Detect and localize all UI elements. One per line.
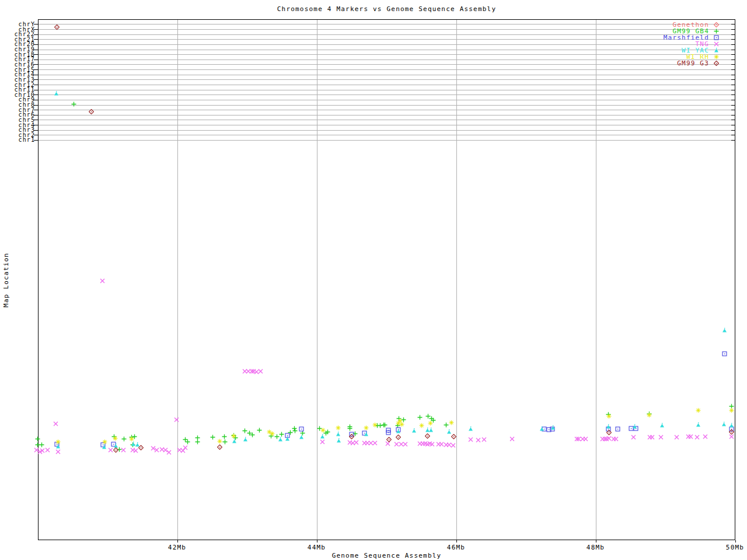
star-marker-icon	[696, 408, 701, 413]
x-marker-icon	[631, 435, 636, 440]
data-point-wi-rh	[364, 425, 369, 430]
triangle-marker-icon	[278, 437, 283, 442]
plus-marker-icon	[222, 434, 227, 439]
star-marker-icon	[364, 425, 369, 430]
star-marker-icon	[102, 439, 107, 444]
data-point-wi-rh	[320, 428, 326, 433]
legend-symbol	[714, 54, 719, 60]
data-point-tng	[631, 435, 636, 440]
data-point-wi-yac	[696, 422, 701, 428]
x-marker-icon	[583, 436, 588, 442]
triangle-marker-icon	[632, 424, 637, 429]
data-point-tng	[509, 436, 515, 442]
plus-marker-icon	[347, 426, 352, 431]
data-point-wi-yac	[336, 432, 341, 437]
triangle-marker-icon	[468, 426, 473, 432]
x-marker-icon	[714, 41, 719, 47]
data-point-wi-yac	[539, 426, 544, 432]
data-point-tng	[372, 440, 378, 446]
star-marker-icon	[55, 439, 61, 444]
data-point-tng	[688, 434, 693, 439]
data-point-wi-rh	[336, 425, 341, 430]
data-point-wi-yac	[428, 428, 434, 433]
data-point-tng	[53, 421, 58, 426]
diamond-marker-icon	[217, 444, 222, 450]
x-marker-icon	[45, 447, 50, 453]
diamond-marker-icon	[89, 109, 94, 114]
data-point-wi-rh	[647, 412, 652, 418]
data-point-tng	[583, 436, 588, 442]
triangle-marker-icon	[722, 328, 727, 333]
data-point-wi-yac	[729, 423, 734, 428]
x-marker-icon	[658, 435, 664, 440]
triangle-marker-icon	[55, 444, 61, 449]
triangle-marker-icon	[299, 435, 304, 440]
data-point-tng	[476, 438, 481, 443]
plus-marker-icon	[39, 442, 44, 447]
data-point-wi-rh	[231, 433, 236, 439]
diamond-marker-icon	[451, 434, 456, 439]
x-marker-icon	[258, 369, 263, 374]
diamond-marker-icon	[714, 61, 719, 66]
data-point-wi-rh	[696, 408, 701, 413]
triangle-marker-icon	[714, 48, 719, 53]
data-point-gm99-gb4	[222, 434, 227, 439]
plus-marker-icon	[417, 415, 423, 420]
plus-marker-icon	[121, 436, 127, 442]
data-point-gm99-gb4	[292, 428, 298, 433]
data-point-gm99-gb4	[325, 429, 330, 435]
data-point-wi-yac	[54, 91, 59, 96]
plus-marker-icon	[210, 435, 215, 440]
square-marker-icon	[386, 430, 391, 435]
square-marker-icon	[714, 35, 719, 40]
star-marker-icon	[399, 422, 404, 427]
data-point-gm99-g3	[729, 429, 734, 435]
plus-marker-icon	[185, 439, 190, 444]
data-point-tng	[703, 434, 708, 439]
data-point-gm99-gb4	[250, 432, 255, 438]
x-marker-icon	[451, 443, 456, 448]
data-point-wi-yac	[278, 437, 283, 442]
data-point-gm99-g3	[425, 433, 430, 439]
data-point-gm99-g3	[349, 434, 354, 439]
data-point-tng	[694, 435, 700, 440]
data-point-tng	[468, 437, 473, 442]
triangle-marker-icon	[721, 422, 727, 427]
square-marker-icon	[615, 426, 620, 432]
data-point-tng	[100, 278, 105, 284]
legend-symbol	[714, 61, 719, 66]
star-marker-icon	[606, 414, 612, 419]
plus-marker-icon	[714, 29, 719, 34]
data-point-wi-rh	[55, 439, 61, 444]
x-marker-icon	[481, 437, 487, 442]
data-point-wi-yac	[299, 435, 304, 440]
x-marker-icon	[468, 437, 473, 442]
x-marker-icon	[509, 436, 515, 442]
square-marker-icon	[722, 351, 727, 356]
data-point-gm99-g3	[606, 430, 612, 435]
triangle-marker-icon	[659, 423, 665, 428]
x-marker-icon	[121, 447, 126, 453]
square-marker-icon	[299, 426, 304, 432]
data-point-gm99-gb4	[195, 439, 200, 444]
data-point-gm99-g3	[386, 437, 392, 442]
x-marker-icon	[320, 439, 325, 444]
diamond-marker-icon	[396, 435, 401, 440]
triangle-marker-icon	[411, 428, 417, 433]
data-point-gm99-gb4	[71, 102, 76, 107]
data-point-wi-rh	[419, 423, 424, 428]
triangle-marker-icon	[428, 428, 434, 433]
data-point-tng	[650, 435, 655, 440]
data-point-marshfield	[615, 426, 620, 432]
data-point-tng	[121, 447, 126, 453]
data-point-gm99-gb4	[279, 432, 284, 437]
diamond-marker-icon	[138, 445, 144, 450]
x-marker-icon	[53, 421, 58, 426]
star-marker-icon	[113, 436, 118, 441]
plus-marker-icon	[71, 102, 76, 107]
plus-marker-icon	[250, 432, 255, 438]
star-marker-icon	[449, 420, 454, 425]
star-marker-icon	[336, 425, 341, 430]
data-point-gm99-g3	[217, 444, 222, 450]
x-marker-icon	[694, 435, 700, 440]
